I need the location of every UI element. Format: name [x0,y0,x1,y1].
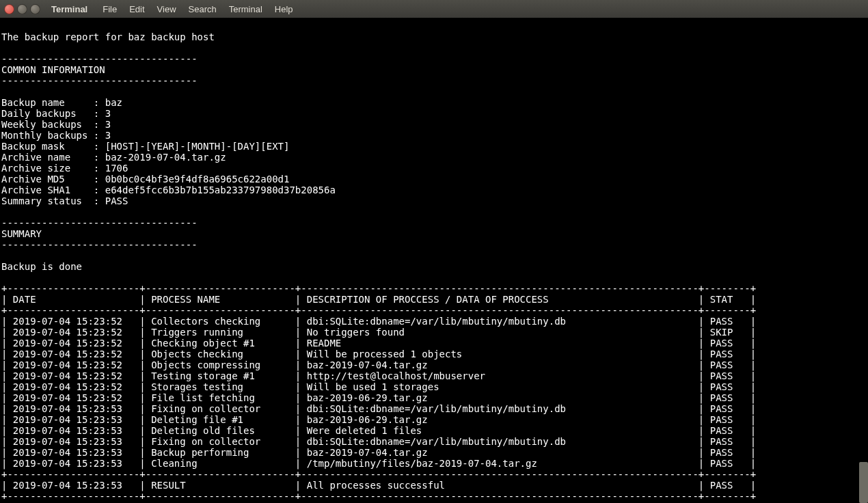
menu-search[interactable]: Search [183,4,222,14]
menu-view[interactable]: View [152,4,182,14]
menu-edit[interactable]: Edit [124,4,150,14]
scrollbar-thumb[interactable] [859,462,868,503]
menu-help[interactable]: Help [269,4,299,14]
menu-file[interactable]: File [97,4,122,14]
terminal-output[interactable]: The backup report for baz backup host --… [0,18,868,503]
app-title: Terminal [51,4,87,14]
window-controls [4,4,40,14]
minimize-icon[interactable] [17,4,27,14]
menubar: Terminal File Edit View Search Terminal … [0,0,868,18]
maximize-icon[interactable] [30,4,40,14]
menu-terminal[interactable]: Terminal [223,4,268,14]
close-icon[interactable] [4,4,14,14]
